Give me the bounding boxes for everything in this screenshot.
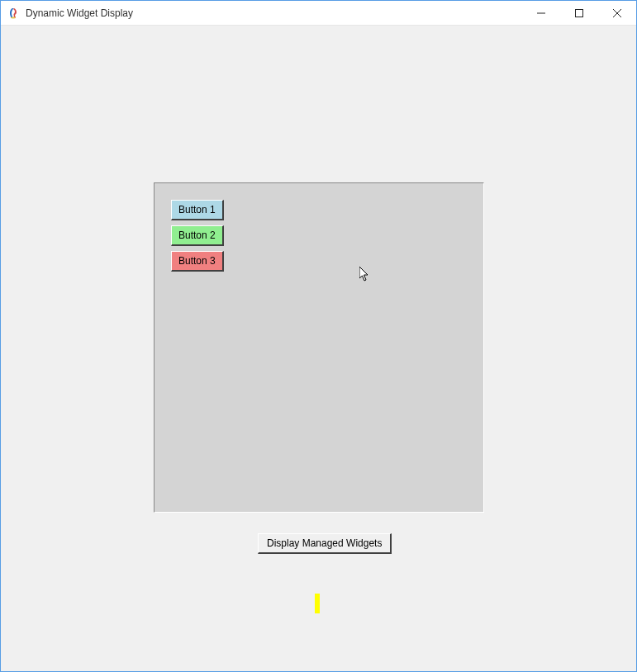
client-area: Button 1 Button 2 Button 3 Display Manag… [1,26,636,671]
app-window: Dynamic Widget Display Button 1 Button 2… [0,0,637,672]
svg-point-0 [11,17,16,18]
app-icon [7,7,21,20]
button-3[interactable]: Button 3 [171,251,224,272]
minimize-button[interactable] [522,1,560,25]
close-button[interactable] [598,1,636,25]
svg-rect-2 [576,9,583,17]
display-managed-widgets-button[interactable]: Display Managed Widgets [258,533,392,554]
maximize-button[interactable] [560,1,598,25]
titlebar: Dynamic Widget Display [1,1,636,26]
text-caret [315,594,320,613]
window-controls [522,1,636,25]
button-2[interactable]: Button 2 [171,225,224,246]
window-title: Dynamic Widget Display [26,7,522,19]
button-1[interactable]: Button 1 [171,200,224,220]
widget-frame: Button 1 Button 2 Button 3 [154,182,484,513]
